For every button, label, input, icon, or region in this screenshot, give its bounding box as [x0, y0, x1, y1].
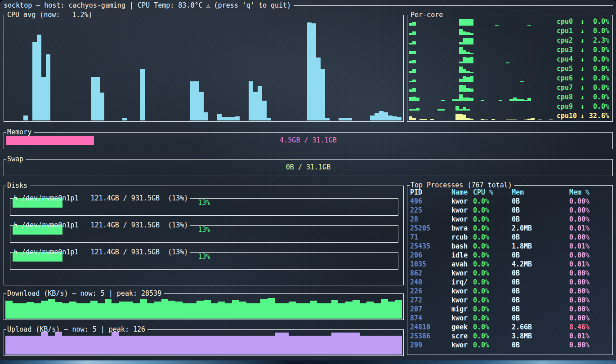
- core-label: cpu8↓0.0%: [557, 92, 609, 102]
- disk-panel: ϟ/dev/nvme0n1p1 121.4GB / 931.5GB (13%)1…: [10, 252, 398, 270]
- download-bar: [360, 303, 367, 319]
- core-spark-bar: [409, 97, 412, 101]
- core-spark-bar: [470, 33, 473, 35]
- core-sparkline: [409, 27, 553, 35]
- process-mem-pct: 0.00%: [569, 287, 611, 295]
- cpu-usage-bar: [195, 81, 199, 120]
- core-spark-bar: [513, 120, 517, 120]
- upload-bar: [366, 336, 374, 355]
- download-bar: [90, 301, 98, 319]
- down-arrow-icon: ↓: [578, 46, 587, 54]
- download-bar: [196, 301, 204, 319]
- swap-titlebar: Swap: [4, 155, 613, 163]
- process-mem: 0B: [512, 233, 569, 241]
- download-bar: [41, 301, 48, 319]
- upload-bar: [105, 336, 112, 355]
- upload-bar: [296, 336, 303, 355]
- core-spark-bar: [527, 119, 531, 120]
- top-processes-panel: Top Processes (767 total) PID Name CPU %…: [407, 185, 613, 355]
- process-row: 207migr0.0%0B0.00%: [410, 305, 611, 314]
- core-spark-bar: [470, 119, 473, 120]
- process-name: kwor: [451, 287, 473, 295]
- memory-titlebar: Memory: [4, 128, 613, 136]
- core-spark-bar: [430, 119, 434, 120]
- core-sparkline: [409, 46, 553, 54]
- disk-panel-titlebar: ϟ/dev/nvme0n1p1 121.4GB / 931.5GB (13%): [10, 221, 398, 229]
- core-spark-bar: [509, 120, 513, 120]
- core-spark-bar: [470, 53, 473, 54]
- cpu-usage-bar: [140, 69, 145, 120]
- process-pid: 24810: [410, 323, 451, 331]
- core-spark-bar: [463, 57, 466, 63]
- process-name: avah: [451, 260, 473, 268]
- per-core-panel: Per-core cpu0↓0.0%cpu1↓0.0%cpu2↓2.3%cpu3…: [407, 15, 613, 122]
- upload-bar: [324, 336, 331, 355]
- process-row: 272kwor0.0%0B0.00%: [410, 296, 611, 305]
- process-cpu: 0.0%: [473, 242, 512, 250]
- cpu-usage-bar: [122, 118, 127, 120]
- process-mem-pct: 0.00%: [569, 215, 611, 223]
- core-spark-bar: [441, 109, 445, 111]
- memory-panel: Memory 4.5GB / 31.1GB: [4, 132, 613, 149]
- core-spark-bar: [524, 120, 527, 120]
- core-spark-bar: [463, 31, 466, 36]
- core-spark-bar: [481, 119, 484, 120]
- memory-gauge: 4.5GB / 31.1GB: [6, 136, 610, 145]
- down-arrow-icon: ↓: [578, 102, 587, 111]
- disk-panel: ϟ/dev/nvme0n1p1 121.4GB / 931.5GB (13%)1…: [10, 225, 398, 243]
- core-name: cpu3: [557, 46, 578, 54]
- core-sparkline: [409, 37, 553, 44]
- process-mem-pct: 0.00%: [569, 197, 611, 205]
- core-name: cpu2: [557, 36, 578, 44]
- core-row-cpu8: cpu8↓0.0%: [409, 92, 611, 102]
- core-spark-bar: [459, 79, 463, 83]
- process-mem: 1.8MB: [512, 242, 569, 250]
- core-spark-bar: [495, 25, 499, 26]
- core-spark-bar: [455, 114, 459, 120]
- disk-titlebar-text: ϟ/dev/nvme0n1p1 121.4GB / 931.5GB (13%): [13, 248, 190, 256]
- download-bar: [69, 302, 76, 319]
- cpu-usage-bar: [370, 115, 375, 121]
- core-spark-bar: [506, 62, 509, 63]
- process-cpu: 0.0%: [473, 215, 512, 223]
- cpu-usage-bar: [91, 77, 95, 120]
- download-bar: [303, 303, 310, 319]
- process-row: 25435bash0.0%1.8MB0.01%: [410, 242, 611, 251]
- core-spark-bar: [466, 38, 470, 44]
- download-bar: [62, 303, 69, 319]
- download-bar: [366, 302, 374, 319]
- core-label: cpu4↓0.0%: [557, 54, 609, 64]
- core-spark-bar: [412, 109, 416, 111]
- download-panel: Download (KB/s) — now: 5 | peak: 28539: [4, 293, 404, 320]
- process-cpu: 0.0%: [473, 251, 512, 259]
- process-cpu: 0.0%: [473, 260, 512, 268]
- download-bar: [317, 303, 324, 319]
- download-bar: [98, 303, 105, 319]
- process-cpu: 0.0%: [473, 287, 512, 295]
- core-sparkline: [409, 93, 553, 101]
- upload-bar: [119, 336, 126, 355]
- cpu-usage-bar: [32, 42, 37, 120]
- cpu-usage-bar: [235, 116, 240, 120]
- process-mem: 0B: [512, 278, 569, 286]
- upload-bar: [225, 336, 232, 355]
- process-cpu: 0.0%: [473, 278, 512, 286]
- upload-bar: [268, 336, 275, 355]
- process-mem: 0B: [512, 296, 569, 304]
- core-spark-bar: [470, 98, 473, 101]
- upload-bar: [34, 336, 41, 355]
- download-bar: [381, 299, 388, 319]
- col-mem: Mem: [512, 188, 569, 196]
- cpu-usage-bar: [95, 77, 100, 120]
- core-spark-bar: [470, 57, 473, 63]
- process-pid: 299: [410, 341, 451, 349]
- process-mem: 2.0MB: [512, 224, 569, 232]
- upload-bar: [27, 336, 34, 355]
- upload-bar: [360, 336, 367, 355]
- download-bar: [154, 302, 161, 319]
- core-spark-bar: [459, 42, 463, 44]
- core-spark-bar: [538, 120, 542, 120]
- core-name: cpu5: [557, 65, 578, 73]
- process-mem: 0B: [512, 206, 569, 214]
- cpu-avg-panel: CPU avg (now: 1.2%): [4, 15, 404, 122]
